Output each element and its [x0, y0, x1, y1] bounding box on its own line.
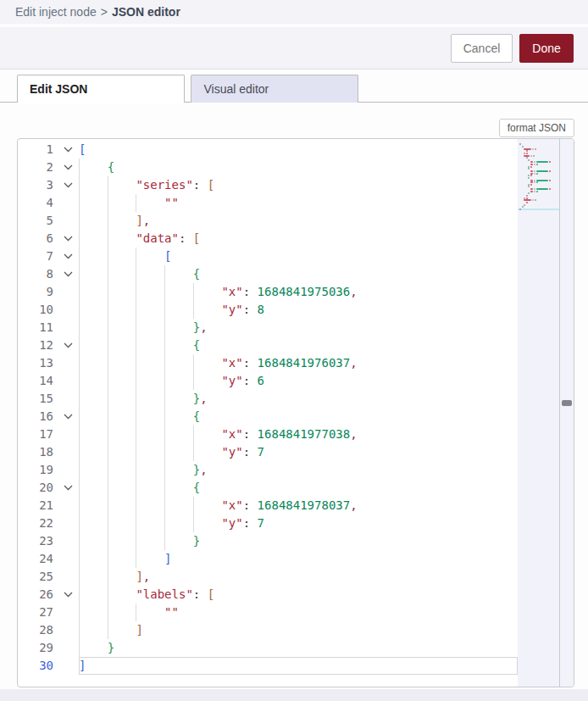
line-number: 10: [18, 301, 57, 319]
token-key: "x": [221, 427, 242, 441]
fold-control[interactable]: [57, 248, 79, 265]
minimap[interactable]: [518, 139, 560, 687]
code-area[interactable]: 1[2{3"series": [4""5],6"data": [7[8{9"x"…: [18, 139, 518, 687]
token-b2: {: [193, 338, 200, 352]
code-line[interactable]: 15},: [18, 390, 518, 408]
token-b2: }: [193, 392, 200, 405]
fold-control: [57, 390, 79, 408]
token-num: 8: [258, 303, 264, 316]
fold-chevron-icon[interactable]: [64, 342, 73, 348]
code-line[interactable]: 5],: [18, 212, 518, 230]
line-number: 16: [18, 408, 57, 426]
code-line[interactable]: 9"x": 1684841975036,: [18, 283, 518, 301]
fold-chevron-icon[interactable]: [64, 182, 73, 188]
code-line[interactable]: 10"y": 8: [18, 301, 518, 319]
fold-control[interactable]: [57, 141, 79, 159]
code-line[interactable]: 3"series": [: [18, 176, 518, 194]
scrollbar-thumb[interactable]: [562, 400, 572, 406]
fold-chevron-icon[interactable]: [64, 253, 73, 259]
indent-guide: [108, 426, 136, 443]
code-line[interactable]: 7[: [18, 248, 518, 265]
done-button[interactable]: Done: [519, 34, 574, 63]
tab-edit-json[interactable]: Edit JSON: [17, 75, 185, 103]
fold-control[interactable]: [57, 586, 79, 604]
indent-guide: [79, 354, 108, 372]
token-num: 6: [258, 374, 264, 387]
fold-chevron-icon[interactable]: [64, 236, 73, 242]
fold-chevron-icon[interactable]: [64, 485, 73, 491]
fold-control[interactable]: [57, 408, 79, 426]
indent-guide: [164, 426, 193, 443]
code-editor[interactable]: 1[2{3"series": [4""5],6"data": [7[8{9"x"…: [17, 138, 574, 687]
code-line[interactable]: 18"y": 7: [18, 443, 518, 461]
code-line[interactable]: 4"": [18, 194, 518, 212]
indent-guide: [108, 621, 136, 639]
code-line[interactable]: 22"y": 7: [18, 515, 518, 532]
code-line[interactable]: 11},: [18, 319, 518, 337]
line-content: {: [79, 337, 518, 354]
tab-visual-editor[interactable]: Visual editor: [191, 75, 358, 103]
line-content: ]: [79, 621, 518, 639]
code-line[interactable]: 29}: [18, 639, 518, 657]
indent-guide: [79, 479, 108, 497]
code-line[interactable]: 28]: [18, 621, 518, 639]
scrollbar[interactable]: [560, 139, 574, 687]
code-line[interactable]: 1[: [18, 141, 518, 159]
indent-guide: [136, 497, 164, 515]
page-title: JSON editor: [112, 5, 180, 19]
code-line[interactable]: 26"labels": [: [18, 586, 518, 604]
code-line[interactable]: 14"y": 6: [18, 372, 518, 390]
code-line[interactable]: 16{: [18, 408, 518, 426]
line-number: 1: [18, 141, 57, 159]
code-line[interactable]: 21"x": 1684841978037,: [18, 497, 518, 515]
fold-chevron-icon[interactable]: [64, 271, 73, 277]
fold-chevron-icon[interactable]: [64, 147, 73, 153]
fold-chevron-icon[interactable]: [64, 414, 73, 420]
format-json-button[interactable]: format JSON: [499, 119, 574, 137]
fold-chevron-icon[interactable]: [64, 592, 73, 598]
line-number: 20: [18, 479, 57, 497]
line-number: 8: [18, 265, 57, 283]
token-b3: ]: [136, 570, 142, 583]
indent-guide: [136, 390, 164, 408]
indent-guide: [108, 568, 136, 586]
code-line[interactable]: 25],: [18, 568, 518, 586]
code-line[interactable]: 6"data": [: [18, 230, 518, 248]
fold-control[interactable]: [57, 230, 79, 248]
line-number: 13: [18, 354, 57, 372]
code-line[interactable]: 17"x": 1684841977038,: [18, 426, 518, 443]
line-number: 24: [18, 550, 57, 568]
minimap-line: [518, 209, 559, 211]
line-content: "series": [: [79, 176, 518, 194]
token-key: "y": [221, 516, 242, 530]
fold-control[interactable]: [57, 159, 79, 176]
fold-control[interactable]: [57, 265, 79, 283]
fold-control[interactable]: [57, 337, 79, 354]
indent-guide: [108, 497, 136, 515]
indent-guide: [136, 426, 164, 443]
fold-control[interactable]: [57, 479, 79, 497]
cancel-button[interactable]: Cancel: [451, 34, 513, 63]
code-line[interactable]: 27"": [18, 604, 518, 621]
fold-control: [57, 212, 79, 230]
token-num: 7: [258, 516, 264, 530]
indent-guide: [79, 301, 108, 319]
token-key: "y": [221, 445, 242, 459]
fold-control[interactable]: [57, 176, 79, 194]
fold-control: [57, 319, 79, 337]
code-line[interactable]: 23}: [18, 532, 518, 550]
indent-guide: [79, 497, 108, 515]
code-line[interactable]: 30]: [18, 657, 518, 675]
indent-guide: [193, 426, 222, 443]
code-line[interactable]: 24]: [18, 550, 518, 568]
code-line[interactable]: 12{: [18, 337, 518, 354]
code-line[interactable]: 8{: [18, 265, 518, 283]
code-line[interactable]: 13"x": 1684841976037,: [18, 354, 518, 372]
code-line[interactable]: 20{: [18, 479, 518, 497]
indent-guide: [164, 443, 193, 461]
token-key: "labels": [136, 587, 192, 601]
code-line[interactable]: 19},: [18, 461, 518, 479]
fold-chevron-icon[interactable]: [64, 164, 73, 170]
code-line[interactable]: 2{: [18, 159, 518, 176]
line-content: {: [79, 265, 518, 283]
